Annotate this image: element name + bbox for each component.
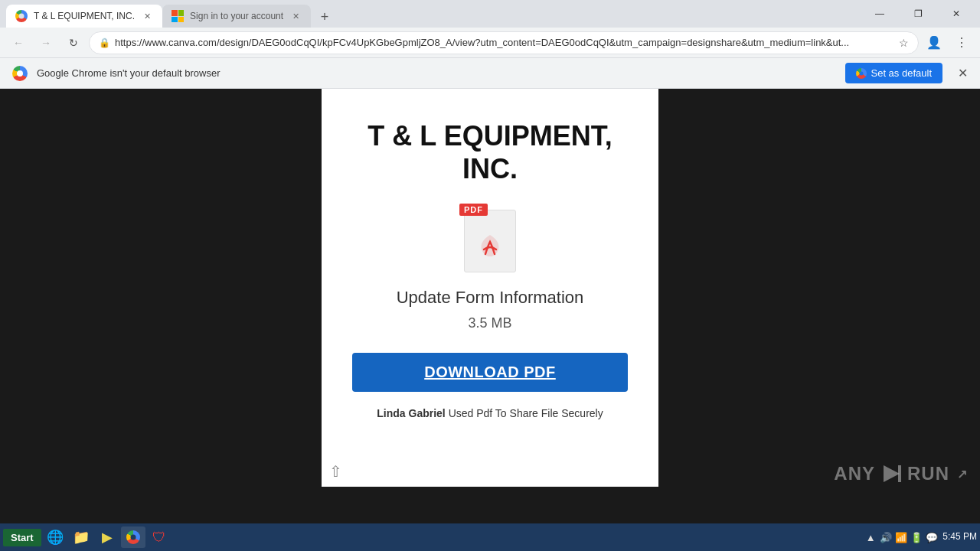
tab2-close[interactable]: ✕ bbox=[289, 10, 302, 22]
start-label: Start bbox=[11, 532, 34, 543]
tab-1[interactable]: T & L EQUIPMENT, INC. ✕ bbox=[6, 5, 162, 28]
acrobat-icon bbox=[476, 233, 504, 266]
title-bar: T & L EQUIPMENT, INC. ✕ Sign in to your … bbox=[0, 0, 980, 28]
time-display: 5:45 PM bbox=[942, 531, 977, 543]
anyrun-watermark: ANY RUN ↗ bbox=[834, 462, 968, 485]
window-controls: — ❐ ✕ bbox=[862, 2, 974, 26]
anyrun-play-icon bbox=[880, 462, 903, 485]
tab1-favicon bbox=[15, 10, 28, 22]
anyrun-text: ANY bbox=[834, 463, 875, 484]
pdf-badge-label: PDF bbox=[459, 204, 488, 216]
refresh-button[interactable]: ↻ bbox=[61, 31, 86, 55]
browser-content: ⇧ T & L EQUIPMENT, INC. PDF Update Form … bbox=[0, 89, 980, 523]
attribution-text: Used Pdf To Share File Securely bbox=[446, 407, 603, 419]
lock-icon: 🔒 bbox=[99, 37, 110, 48]
document-title: Update Form Information bbox=[397, 288, 584, 308]
address-bar: ← → ↻ 🔒 https://www.canva.com/design/DAE… bbox=[0, 28, 980, 58]
file-size: 3.5 MB bbox=[468, 315, 511, 331]
attribution-name: Linda Gabriel bbox=[377, 407, 445, 419]
forward-button[interactable]: → bbox=[34, 31, 58, 55]
restore-button[interactable]: ❐ bbox=[900, 2, 936, 26]
start-button[interactable]: Start bbox=[3, 529, 41, 546]
attribution: Linda Gabriel Used Pdf To Share File Sec… bbox=[377, 407, 603, 419]
taskbar-antivirus[interactable]: 🛡 bbox=[147, 527, 172, 548]
tray-messages[interactable]: 💬 bbox=[926, 531, 938, 543]
taskbar-chrome[interactable] bbox=[121, 527, 145, 548]
url-text: https://www.canva.com/design/DAEG0odCqQI… bbox=[115, 37, 894, 48]
profile-icon[interactable]: 👤 bbox=[922, 31, 946, 55]
tray-volume[interactable]: 🔊 bbox=[880, 531, 892, 543]
company-title: T & L EQUIPMENT, INC. bbox=[352, 119, 628, 185]
pdf-icon: PDF bbox=[459, 204, 521, 272]
system-tray: ▲ 🔊 📶 🔋 💬 bbox=[864, 531, 938, 543]
tab2-favicon bbox=[172, 10, 184, 22]
anyrun-suffix: RUN bbox=[907, 463, 949, 484]
taskbar: Start 🌐 📁 ▶ 🛡 ▲ 🔊 📶 🔋 💬 5:45 PM bbox=[0, 523, 980, 551]
set-default-label: Set as default bbox=[871, 67, 933, 79]
tab2-label: Sign in to your account bbox=[190, 11, 283, 21]
tray-arrow[interactable]: ▲ bbox=[864, 531, 877, 543]
notification-text: Google Chrome isn't your default browser bbox=[37, 67, 836, 79]
minimize-button[interactable]: — bbox=[862, 2, 897, 26]
content-card: ⇧ T & L EQUIPMENT, INC. PDF Update Form … bbox=[322, 89, 658, 487]
taskbar-time: 5:45 PM bbox=[942, 531, 977, 543]
tabs-area: T & L EQUIPMENT, INC. ✕ Sign in to your … bbox=[6, 0, 862, 28]
svg-marker-0 bbox=[884, 465, 900, 482]
new-tab-button[interactable]: + bbox=[314, 6, 335, 28]
tab-2[interactable]: Sign in to your account ✕ bbox=[162, 5, 311, 28]
tray-battery[interactable]: 🔋 bbox=[910, 531, 923, 543]
set-default-button[interactable]: Set as default bbox=[845, 63, 943, 83]
menu-icon[interactable]: ⋮ bbox=[949, 31, 974, 55]
notification-close[interactable]: ✕ bbox=[958, 66, 968, 80]
back-button[interactable]: ← bbox=[6, 31, 31, 55]
taskbar-media[interactable]: ▶ bbox=[95, 527, 119, 548]
tray-network[interactable]: 📶 bbox=[895, 531, 907, 543]
notification-bar: Google Chrome isn't your default browser… bbox=[0, 58, 980, 89]
set-default-chrome-icon bbox=[856, 68, 867, 79]
tab1-close[interactable]: ✕ bbox=[141, 10, 153, 22]
close-button[interactable]: ✕ bbox=[939, 2, 974, 26]
toolbar-icons: 👤 ⋮ bbox=[922, 31, 974, 55]
tab1-label: T & L EQUIPMENT, INC. bbox=[34, 11, 135, 21]
url-bar[interactable]: 🔒 https://www.canva.com/design/DAEG0odCq… bbox=[89, 31, 919, 54]
taskbar-ie[interactable]: 🌐 bbox=[43, 527, 67, 548]
download-button[interactable]: DOWNLOAD PDF bbox=[352, 353, 628, 392]
taskbar-folder[interactable]: 📁 bbox=[69, 527, 93, 548]
share-icon[interactable]: ⇧ bbox=[329, 462, 342, 481]
bookmark-icon[interactable]: ☆ bbox=[899, 37, 909, 49]
expand-arrow: ↗ bbox=[957, 467, 968, 481]
taskbar-right: ▲ 🔊 📶 🔋 💬 5:45 PM bbox=[864, 531, 977, 543]
chrome-icon bbox=[12, 66, 28, 81]
